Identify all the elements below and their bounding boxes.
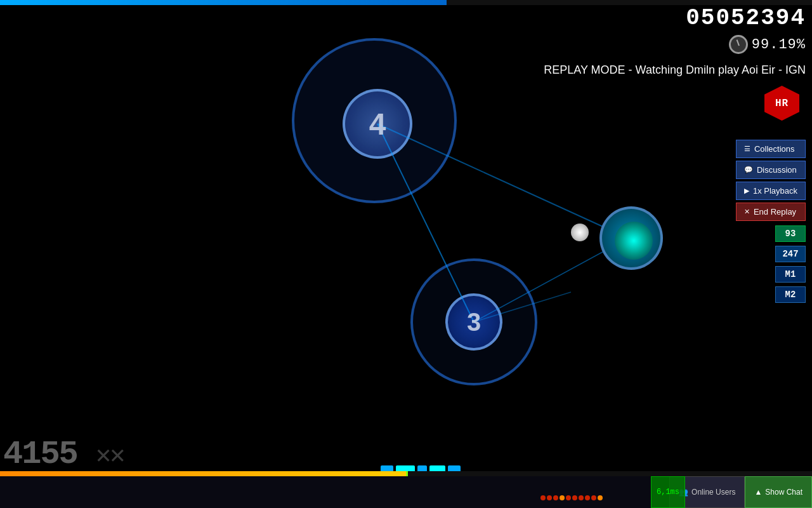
dot-7: [579, 495, 584, 500]
slider-ball-inner: [615, 222, 653, 260]
bottom-dots: [540, 495, 603, 500]
dot-4: [560, 495, 565, 500]
score-badge-m2: M2: [775, 286, 806, 303]
end-replay-icon: ✕: [744, 208, 750, 216]
cursor-ball: [571, 224, 589, 241]
score-display: 05052394: [686, 5, 806, 31]
hr-mod-badge: HR: [764, 86, 799, 121]
end-replay-button[interactable]: ✕ End Replay: [736, 203, 806, 221]
discussion-icon: 💬: [744, 166, 753, 174]
score-badge-blue: 247: [775, 246, 806, 262]
slider-ball: [599, 206, 663, 270]
replay-mode-text: REPLAY MODE - Watching Dmiln play Aoi Ei…: [544, 64, 806, 77]
accuracy-display: 99.19%: [752, 37, 806, 53]
clock-icon: [729, 35, 748, 54]
right-panel: ☰ Collections 💬 Discussion ▶ 1x Playback…: [736, 140, 806, 221]
discussion-button[interactable]: 💬 Discussion: [736, 161, 806, 179]
score-badges-panel: 93 247 M1 M2: [775, 225, 806, 303]
hit-circle-3-number: 3: [445, 293, 502, 351]
score-badge-m1: M1: [775, 266, 806, 283]
dot-10: [598, 495, 603, 500]
latency-display: 6,1ms: [651, 476, 685, 508]
hit-circle-4-number: 4: [343, 89, 412, 159]
dot-5: [566, 495, 571, 500]
dot-2: [547, 495, 552, 500]
top-progress-bar: [0, 0, 812, 5]
bottom-progress-fill: [0, 471, 406, 476]
dot-3: [553, 495, 558, 500]
top-progress-fill: [0, 0, 447, 5]
bottom-progress-tick: [406, 471, 408, 476]
score-badge-green: 93: [775, 225, 806, 242]
show-chat-button[interactable]: ▲ Show Chat: [745, 476, 812, 508]
collections-button[interactable]: ☰ Collections: [736, 140, 806, 158]
dot-6: [572, 495, 577, 500]
dot-1: [540, 495, 546, 500]
accuracy-container: 99.19%: [729, 35, 806, 54]
bottom-right-controls: 6,1ms 👥 Online Users ▲ Show Chat: [669, 476, 812, 508]
chat-icon: ▲: [754, 488, 762, 497]
playback-button[interactable]: ▶ 1x Playback: [736, 182, 806, 200]
collections-icon: ☰: [744, 145, 750, 153]
dot-9: [591, 495, 596, 500]
bottom-progress-bar[interactable]: [0, 471, 812, 476]
bottom-score-display: 4155 ✕✕: [3, 436, 124, 473]
dot-8: [585, 495, 590, 500]
hr-badge: HR: [764, 86, 799, 121]
playback-icon: ▶: [744, 187, 749, 195]
